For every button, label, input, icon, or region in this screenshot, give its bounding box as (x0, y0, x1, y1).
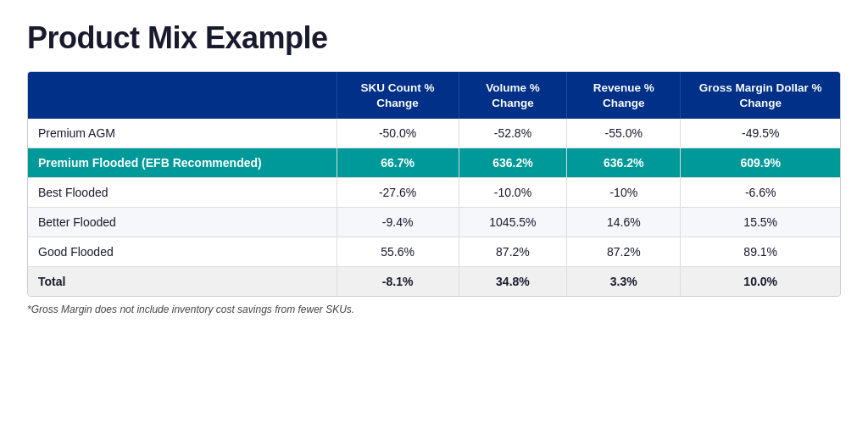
cell-gross_margin: 89.1% (681, 237, 840, 267)
cell-sku_count: -50.0% (337, 119, 459, 148)
cell-product: Premium Flooded (EFB Recommended) (28, 148, 337, 178)
cell-sku_count: -8.1% (337, 267, 459, 297)
col-header-revenue: Revenue % Change (567, 72, 681, 119)
table-row: Better Flooded-9.4%1045.5%14.6%15.5% (28, 208, 840, 237)
cell-volume: 34.8% (459, 267, 566, 297)
table-row: Good Flooded55.6%87.2%87.2%89.1% (28, 237, 840, 267)
table-row: Premium AGM-50.0%-52.8%-55.0%-49.5% (28, 119, 840, 148)
col-header-product (28, 72, 337, 119)
page-title: Product Mix Example (27, 20, 841, 56)
cell-sku_count: -27.6% (337, 178, 459, 208)
cell-revenue: -55.0% (567, 119, 681, 148)
cell-sku_count: 66.7% (337, 148, 459, 178)
cell-product: Good Flooded (28, 237, 337, 267)
cell-revenue: 3.3% (567, 267, 681, 297)
footnote: *Gross Margin does not include inventory… (27, 304, 841, 315)
cell-gross_margin: -6.6% (681, 178, 840, 208)
cell-sku_count: 55.6% (337, 237, 459, 267)
table-row: Premium Flooded (EFB Recommended)66.7%63… (28, 148, 840, 178)
data-table: SKU Count % Change Volume % Change Reven… (27, 71, 841, 297)
col-header-sku-count: SKU Count % Change (337, 72, 459, 119)
cell-revenue: 14.6% (567, 208, 681, 237)
table-header-row: SKU Count % Change Volume % Change Reven… (28, 72, 840, 119)
cell-revenue: -10% (567, 178, 681, 208)
cell-product: Better Flooded (28, 208, 337, 237)
col-header-gross-margin: Gross Margin Dollar % Change (681, 72, 840, 119)
cell-sku_count: -9.4% (337, 208, 459, 237)
cell-volume: -10.0% (459, 178, 566, 208)
cell-volume: 1045.5% (459, 208, 566, 237)
cell-volume: 87.2% (459, 237, 566, 267)
cell-revenue: 636.2% (567, 148, 681, 178)
cell-product: Best Flooded (28, 178, 337, 208)
cell-volume: -52.8% (459, 119, 566, 148)
col-header-volume: Volume % Change (459, 72, 566, 119)
cell-gross_margin: -49.5% (681, 119, 840, 148)
cell-revenue: 87.2% (567, 237, 681, 267)
cell-gross_margin: 609.9% (681, 148, 840, 178)
cell-product: Premium AGM (28, 119, 337, 148)
table-row: Total-8.1%34.8%3.3%10.0% (28, 267, 840, 297)
cell-gross_margin: 15.5% (681, 208, 840, 237)
table-row: Best Flooded-27.6%-10.0%-10%-6.6% (28, 178, 840, 208)
cell-gross_margin: 10.0% (681, 267, 840, 297)
cell-product: Total (28, 267, 337, 297)
cell-volume: 636.2% (459, 148, 566, 178)
